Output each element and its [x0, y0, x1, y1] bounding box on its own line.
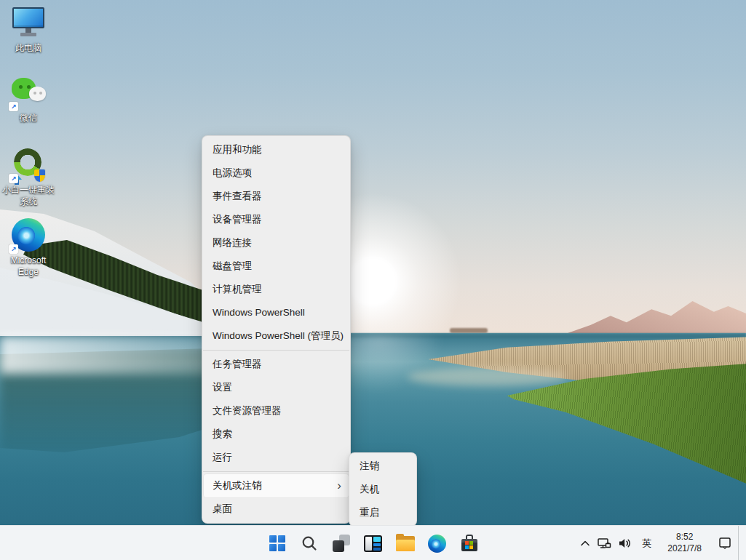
- notification-bubble-icon: [718, 536, 732, 551]
- desktop-screen: 此电脑 ↗ 微信 ↗ 小白一键重装 系统 ↗ Microsoft Edge 应用…: [0, 0, 746, 560]
- taskbar-center-buttons: [263, 526, 484, 560]
- wechat-icon: ↗: [10, 76, 47, 111]
- desktop-icon-this-pc[interactable]: 此电脑: [0, 6, 57, 55]
- shortcut-arrow-icon: ↗: [9, 244, 18, 254]
- desktop-icon-xiaobai-reinstall[interactable]: ↗ 小白一键重装 系统: [0, 148, 57, 207]
- search-icon: [301, 535, 318, 552]
- network-button[interactable]: [594, 530, 614, 556]
- time: 8:52: [667, 532, 702, 543]
- desktop-icon-label: Microsoft Edge: [11, 255, 47, 278]
- language-indicator: 英: [638, 537, 656, 550]
- date: 2021/7/8: [667, 543, 702, 555]
- menu-item-device-manager[interactable]: 设备管理器: [204, 208, 349, 231]
- menu-separator: [203, 350, 349, 351]
- ethernet-network-icon: [597, 537, 611, 550]
- menu-item-settings[interactable]: 设置: [204, 376, 349, 399]
- menu-item-disk-management[interactable]: 磁盘管理: [204, 255, 349, 278]
- desktop-icon-wechat[interactable]: ↗ 微信: [0, 76, 57, 124]
- menu-item-powershell[interactable]: Windows PowerShell: [204, 301, 349, 324]
- menu-item-file-explorer[interactable]: 文件资源管理器: [204, 399, 349, 423]
- windows-logo-icon: [269, 535, 285, 551]
- menu-item-apps-and-features[interactable]: 应用和功能: [204, 138, 349, 161]
- volume-button[interactable]: [614, 530, 635, 556]
- menu-item-computer-management[interactable]: 计算机管理: [204, 278, 349, 301]
- xiaobai-reinstall-icon: ↗: [10, 148, 47, 183]
- shortcut-arrow-icon: ↗: [9, 102, 18, 111]
- chevron-right-icon: ›: [337, 474, 341, 497]
- volume-icon: [617, 537, 632, 550]
- taskbar: 英 8:52 2021/7/8: [0, 525, 746, 560]
- microsoft-store-icon: [461, 535, 478, 552]
- edge-icon: ↗: [10, 218, 47, 253]
- widgets-button[interactable]: [359, 529, 388, 558]
- notification-center-button[interactable]: [715, 530, 735, 556]
- sun: [349, 257, 397, 305]
- submenu-item-sign-out[interactable]: 注销: [351, 455, 415, 478]
- hidden-icons-button[interactable]: [576, 530, 594, 556]
- submenu-item-shut-down[interactable]: 关机: [351, 478, 415, 501]
- start-button[interactable]: [263, 529, 292, 558]
- menu-item-desktop[interactable]: 桌面: [204, 497, 349, 521]
- task-view-icon: [333, 535, 350, 552]
- submenu-item-restart[interactable]: 重启: [351, 501, 415, 524]
- input-language-button[interactable]: 英: [635, 530, 659, 556]
- menu-separator: [203, 471, 349, 472]
- menu-item-label: 关机或注销: [213, 480, 262, 491]
- system-tray: 英 8:52 2021/7/8: [576, 526, 742, 560]
- edge-icon: [428, 535, 446, 553]
- wallpaper-islet: [450, 328, 488, 333]
- wallpaper-reed-reflection: [408, 367, 568, 386]
- shutdown-submenu: 注销 关机 重启: [349, 452, 417, 527]
- menu-item-powershell-admin[interactable]: Windows PowerShell (管理员): [204, 324, 349, 348]
- file-explorer-button[interactable]: [391, 529, 420, 558]
- menu-item-network-connections[interactable]: 网络连接: [204, 231, 349, 255]
- show-desktop-button[interactable]: [738, 526, 742, 560]
- menu-item-task-manager[interactable]: 任务管理器: [204, 353, 349, 376]
- store-button[interactable]: [455, 529, 484, 558]
- menu-item-event-viewer[interactable]: 事件查看器: [204, 185, 349, 208]
- desktop-icon-label: 此电脑: [15, 43, 41, 55]
- menu-item-search[interactable]: 搜索: [204, 423, 349, 446]
- desktop-icon-label: 微信: [20, 113, 37, 124]
- clock-button[interactable]: 8:52 2021/7/8: [659, 530, 710, 556]
- winx-context-menu: 应用和功能 电源选项 事件查看器 设备管理器 网络连接 磁盘管理 计算机管理 W…: [202, 135, 351, 524]
- widgets-icon: [364, 535, 382, 552]
- task-view-button[interactable]: [327, 529, 356, 558]
- this-pc-icon: [10, 6, 47, 41]
- chevron-up-icon: [579, 539, 591, 548]
- desktop-icon-microsoft-edge[interactable]: ↗ Microsoft Edge: [0, 218, 57, 278]
- desktop-icon-label: 小白一键重装 系统: [2, 185, 55, 207]
- menu-item-run[interactable]: 运行: [204, 446, 349, 469]
- edge-button[interactable]: [423, 529, 452, 558]
- search-button[interactable]: [295, 529, 324, 558]
- shortcut-arrow-icon: ↗: [9, 174, 18, 183]
- file-explorer-icon: [396, 536, 415, 551]
- clock: 8:52 2021/7/8: [662, 532, 707, 554]
- menu-item-power-options[interactable]: 电源选项: [204, 161, 349, 185]
- menu-item-shutdown-or-signout[interactable]: 关机或注销 ›: [204, 474, 349, 497]
